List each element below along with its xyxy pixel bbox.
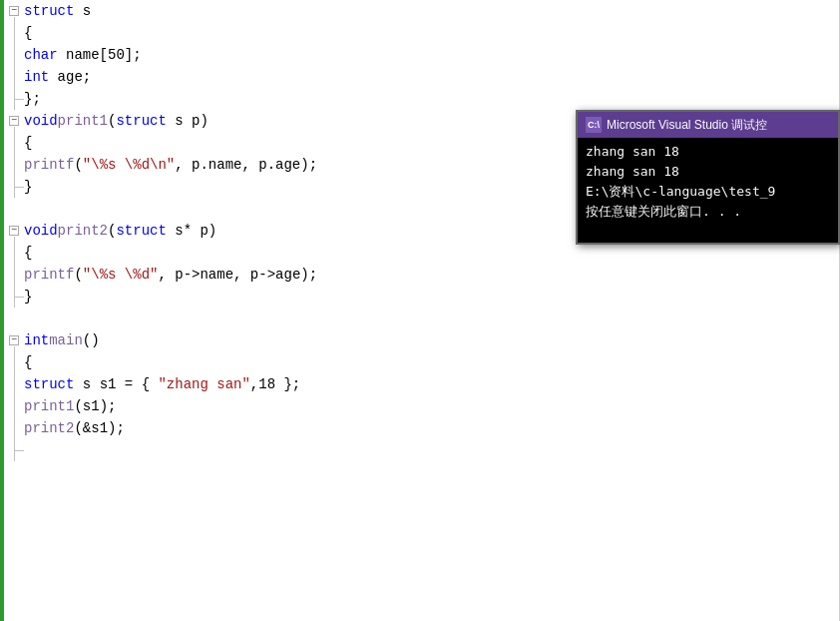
console-line-1: zhang san 18 bbox=[586, 162, 830, 182]
collapse-box-line-15[interactable]: − bbox=[9, 335, 19, 345]
collapse-vline-0 bbox=[14, 17, 15, 110]
code-line-16: int main() bbox=[24, 329, 839, 351]
collapse-box-line-10[interactable]: − bbox=[9, 226, 19, 236]
code-line-15 bbox=[24, 308, 839, 329]
code-lines-container: struct s{ char name[50]; int age;};void … bbox=[24, 0, 839, 621]
collapse-column: −−−− bbox=[4, 0, 24, 621]
code-line-21 bbox=[24, 439, 839, 461]
collapse-hline-0 bbox=[14, 99, 24, 100]
console-line-0: zhang san 18 bbox=[586, 142, 830, 162]
code-line-12: { bbox=[24, 242, 839, 264]
code-line-5: }; bbox=[24, 88, 839, 110]
console-content: zhang san 18zhang san 18E:\资料\c-language… bbox=[578, 138, 838, 243]
code-line-14: } bbox=[24, 286, 839, 308]
console-window: C:\ Microsoft Visual Studio 调试控 zhang sa… bbox=[576, 110, 840, 245]
code-line-3: char name[50]; bbox=[24, 44, 839, 66]
console-title: Microsoft Visual Studio 调试控 bbox=[607, 117, 767, 134]
console-line-3: 按任意键关闭此窗口. . . bbox=[586, 202, 830, 222]
code-line-1: struct s bbox=[24, 0, 839, 22]
code-line-19: print1(s1); bbox=[24, 395, 839, 417]
code-line-20: print2(&s1); bbox=[24, 417, 839, 439]
code-editor: −−−− struct s{ char name[50]; int age;};… bbox=[0, 0, 840, 621]
code-line-18: struct s s1 = { "zhang san",18 }; bbox=[24, 373, 839, 395]
code-line-13: printf("\%s \%d", p->name, p->age); bbox=[24, 264, 839, 286]
console-titlebar: C:\ Microsoft Visual Studio 调试控 bbox=[578, 112, 838, 138]
collapse-hline-10 bbox=[14, 297, 24, 298]
console-icon-text: C:\ bbox=[588, 120, 600, 130]
console-line-2: E:\资料\c-language\test_9 bbox=[586, 182, 830, 202]
code-line-2: { bbox=[24, 22, 839, 44]
editor-layout: −−−− struct s{ char name[50]; int age;};… bbox=[0, 0, 839, 621]
collapse-box-line-5[interactable]: − bbox=[9, 116, 19, 126]
code-line-4: int age; bbox=[24, 66, 839, 88]
main-container: −−−− struct s{ char name[50]; int age;};… bbox=[0, 0, 840, 621]
collapse-hline-5 bbox=[14, 187, 24, 188]
collapse-hline-15 bbox=[14, 450, 24, 451]
code-line-17: { bbox=[24, 351, 839, 373]
console-icon: C:\ bbox=[586, 117, 602, 133]
collapse-vline-15 bbox=[14, 346, 15, 461]
collapse-box-line-0[interactable]: − bbox=[9, 6, 19, 16]
